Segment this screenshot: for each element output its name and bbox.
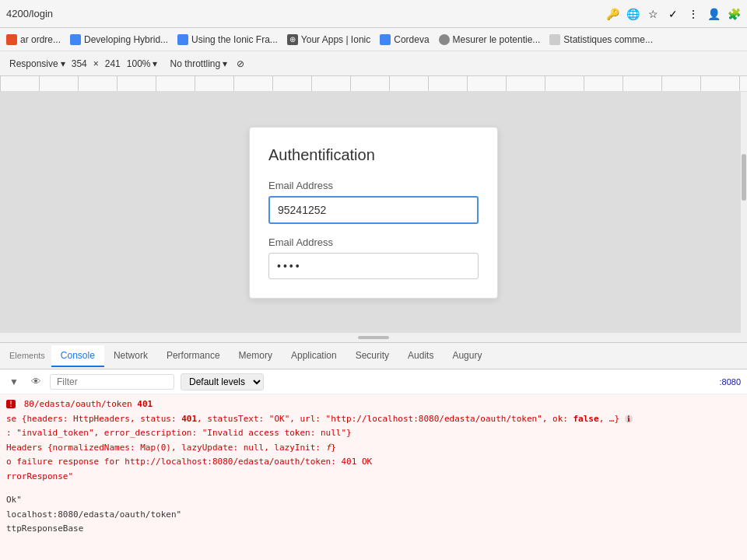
console-ok-2: localhost:8080/edasta/oauth/token" [6, 508, 741, 523]
zoom-selector[interactable]: 100% ▾ [127, 58, 158, 69]
login-title: Authentification [268, 146, 479, 164]
scrollbar-thumb[interactable] [742, 154, 746, 201]
console-ok-3: ttpResponseBase [6, 522, 741, 537]
bookmark-statistiques[interactable]: Statistiques comme... [549, 34, 653, 45]
bookmark-label: Cordeva [394, 34, 429, 45]
throttling-selector[interactable]: No throttling ▾ [170, 58, 227, 69]
responsive-label: Responsive [9, 58, 58, 69]
address-text[interactable]: 4200/login [6, 8, 599, 19]
responsive-selector[interactable]: Responsive ▾ [9, 58, 65, 69]
bookmark-developing[interactable]: Developing Hybrid... [70, 34, 168, 45]
tab-security[interactable]: Security [346, 345, 398, 367]
resize-handle [358, 336, 389, 339]
console-error-4: o failure response for http://localhost:… [6, 455, 741, 470]
tab-audits[interactable]: Audits [398, 345, 443, 367]
devtools-tabs: Elements Console Network Performance Mem… [0, 343, 747, 369]
bookmark-your-apps[interactable]: ⊕ Your Apps | Ionic [287, 34, 370, 45]
email-input[interactable] [268, 196, 479, 224]
devtools-toolbar: Responsive ▾ 354 × 241 100% ▾ No throttl… [0, 51, 747, 76]
console-output[interactable]: ! 80/edasta/oauth/token 401 se {headers:… [0, 394, 747, 560]
zoom-label: 100% [127, 58, 151, 69]
address-bar: 4200/login 🔑 🌐 ☆ ✓ ⋮ 👤 🧩 [0, 0, 747, 28]
console-error-3: Headers {normalizedNames: Map(0), lazyUp… [6, 441, 741, 456]
console-error-1: se {headers: HttpHeaders, status: 401, s… [6, 412, 741, 427]
bookmark-label: Your Apps | Ionic [301, 34, 370, 45]
console-toggle-icon[interactable]: ▼ [6, 374, 22, 390]
console-blank [6, 484, 741, 493]
password-input[interactable] [268, 253, 479, 279]
bookmark-ar-ordre[interactable]: ar ordre... [6, 34, 61, 45]
bookmark-label: ar ordre... [20, 34, 61, 45]
viewport-scrollbar[interactable] [741, 92, 747, 333]
check-icon[interactable]: ✓ [666, 7, 680, 21]
tab-elements[interactable]: Elements [3, 346, 51, 366]
tab-application[interactable]: Application [282, 345, 346, 367]
console-eye-icon[interactable]: 👁 [28, 374, 44, 390]
levels-select[interactable]: Default levels Verbose Info Warnings Err… [181, 373, 264, 390]
console-toolbar: ▼ 👁 Default levels Verbose Info Warnings… [0, 369, 747, 394]
filter-input[interactable] [50, 374, 174, 390]
console-line-ref: :8080 [719, 377, 741, 387]
devtools-panel: Elements Console Network Performance Mem… [0, 342, 747, 560]
bookmark-ionic-fra[interactable]: Using the Ionic Fra... [177, 34, 278, 45]
console-error-2: : "invalid_token", error_description: "I… [6, 426, 741, 441]
bookmark-label: Developing Hybrid... [84, 34, 168, 45]
tab-memory[interactable]: Memory [230, 345, 282, 367]
bookmark-cordeva[interactable]: Cordeva [380, 34, 429, 45]
resize-handle-area [0, 333, 747, 342]
translate-icon[interactable]: 🌐 [626, 7, 640, 21]
profile-icon[interactable]: 👤 [707, 7, 721, 21]
browser-icons: 🔑 🌐 ☆ ✓ ⋮ 👤 🧩 [605, 7, 741, 21]
password-label: Email Address [268, 236, 479, 248]
console-error-5: rrorResponse" [6, 470, 741, 485]
email-label: Email Address [268, 180, 479, 191]
throttling-label: No throttling [170, 58, 220, 69]
tab-augury[interactable]: Augury [443, 345, 491, 367]
no-throttle-icon[interactable]: ⊘ [237, 58, 244, 69]
star-icon[interactable]: ☆ [646, 7, 660, 21]
bookmark-label: Statistiques comme... [563, 34, 653, 45]
bookmark-label: Using the Ionic Fra... [191, 34, 278, 45]
console-error-header: ! 80/edasta/oauth/token 401 [6, 397, 741, 412]
responsive-dropdown-icon: ▾ [61, 58, 65, 69]
key-icon[interactable]: 🔑 [605, 7, 619, 21]
dimension-x: × [93, 58, 99, 69]
menu-icon[interactable]: ⋮ [686, 7, 700, 21]
login-card: Authentification Email Address Email Add… [249, 127, 498, 299]
tab-network[interactable]: Network [104, 345, 157, 367]
tab-console[interactable]: Console [51, 345, 104, 367]
throttling-dropdown-icon: ▾ [223, 58, 227, 69]
width-value[interactable]: 354 [72, 58, 87, 69]
extension-icon[interactable]: 🧩 [727, 7, 741, 21]
zoom-dropdown-icon: ▾ [153, 58, 157, 69]
tab-performance[interactable]: Performance [157, 345, 230, 367]
bookmark-mesurer[interactable]: Mesurer le potentie... [439, 34, 541, 45]
console-ok-1: Ok" [6, 493, 741, 508]
viewport: Authentification Email Address Email Add… [0, 92, 747, 333]
bookmarks-bar: ar ordre... Developing Hybrid... Using t… [0, 28, 747, 51]
ruler [0, 76, 747, 92]
height-value[interactable]: 241 [105, 58, 121, 69]
bookmark-label: Mesurer le potentie... [453, 34, 541, 45]
